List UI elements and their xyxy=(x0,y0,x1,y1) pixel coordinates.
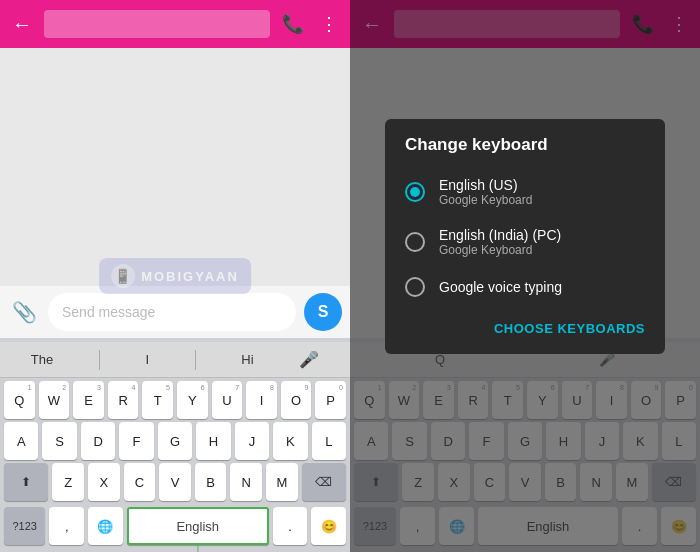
dialog-footer: CHOOSE KEYBOARDS xyxy=(385,307,665,346)
send-label: S xyxy=(318,303,329,321)
key-x[interactable]: X xyxy=(88,463,120,501)
message-input-box[interactable]: Send message xyxy=(48,293,296,331)
dialog-title: Change keyboard xyxy=(385,135,665,167)
chat-area-left xyxy=(0,48,350,286)
key-emoji[interactable]: 😊 xyxy=(311,507,346,545)
key-z[interactable]: Z xyxy=(52,463,84,501)
key-backspace[interactable]: ⌫ xyxy=(302,463,346,501)
key-g[interactable]: G xyxy=(158,422,192,460)
key-row-3: ⬆ Z X C V B N M ⌫ xyxy=(4,463,346,501)
key-a[interactable]: A xyxy=(4,422,38,460)
key-globe[interactable]: 🌐 xyxy=(88,507,123,545)
keyboard-suggestions: The I Hi 🎤 xyxy=(0,342,350,378)
left-panel: ← 📞 ⋮ 📎 Send message S The I Hi 🎤 1Q xyxy=(0,0,350,552)
message-placeholder: Send message xyxy=(62,304,155,320)
option-sub-english-india: Google Keyboard xyxy=(439,243,561,257)
key-m[interactable]: M xyxy=(266,463,298,501)
key-v[interactable]: V xyxy=(159,463,191,501)
suggestion-3[interactable]: Hi xyxy=(241,352,253,367)
key-y[interactable]: 6Y xyxy=(177,381,208,419)
menu-icon-left[interactable]: ⋮ xyxy=(320,13,338,35)
option-text-voice-typing: Google voice typing xyxy=(439,279,562,295)
key-u[interactable]: 7U xyxy=(212,381,243,419)
phone-icon-left[interactable]: 📞 xyxy=(282,13,304,35)
top-bar-icons-left: 📞 ⋮ xyxy=(282,13,338,35)
space-label: English xyxy=(176,519,219,534)
right-panel: ← 📞 ⋮ Q 🎤 1Q 2W 3E 4R 5T 6Y 7U 8I 9O 0P … xyxy=(350,0,700,552)
mic-icon-left[interactable]: 🎤 xyxy=(299,350,319,369)
key-p[interactable]: 0P xyxy=(315,381,346,419)
dialog-option-english-india[interactable]: English (India) (PC) Google Keyboard xyxy=(385,217,665,267)
option-sub-english-us: Google Keyboard xyxy=(439,193,532,207)
key-s[interactable]: S xyxy=(42,422,76,460)
option-text-english-india: English (India) (PC) Google Keyboard xyxy=(439,227,561,257)
change-keyboard-dialog: Change keyboard English (US) Google Keyb… xyxy=(385,119,665,354)
key-comma[interactable]: , xyxy=(49,507,84,545)
option-text-english-us: English (US) Google Keyboard xyxy=(439,177,532,207)
dialog-overlay: Change keyboard English (US) Google Keyb… xyxy=(350,0,700,552)
key-i[interactable]: 8I xyxy=(246,381,277,419)
dialog-option-english-us[interactable]: English (US) Google Keyboard xyxy=(385,167,665,217)
left-top-bar: ← 📞 ⋮ xyxy=(0,0,350,48)
key-q[interactable]: 1Q xyxy=(4,381,35,419)
key-w[interactable]: 2W xyxy=(39,381,70,419)
key-k[interactable]: K xyxy=(273,422,307,460)
key-period[interactable]: . xyxy=(273,507,308,545)
option-main-english-india: English (India) (PC) xyxy=(439,227,561,243)
key-b[interactable]: B xyxy=(195,463,227,501)
key-f[interactable]: F xyxy=(119,422,153,460)
key-d[interactable]: D xyxy=(81,422,115,460)
key-row-1: 1Q 2W 3E 4R 5T 6Y 7U 8I 9O 0P xyxy=(4,381,346,419)
key-h[interactable]: H xyxy=(196,422,230,460)
option-main-voice-typing: Google voice typing xyxy=(439,279,562,295)
radio-english-us xyxy=(405,182,425,202)
key-c[interactable]: C xyxy=(124,463,156,501)
suggestion-1[interactable]: The xyxy=(31,352,53,367)
key-o[interactable]: 9O xyxy=(281,381,312,419)
send-button[interactable]: S xyxy=(304,293,342,331)
radio-inner-english-us xyxy=(410,187,420,197)
key-space-highlighted[interactable]: English ↓ xyxy=(127,507,269,545)
keyboard-left: The I Hi 🎤 1Q 2W 3E 4R 5T 6Y 7U 8I 9O 0P… xyxy=(0,338,350,552)
bottom-key-row: ?123 , 🌐 English ↓ . 😊 xyxy=(0,504,350,548)
attach-button[interactable]: 📎 xyxy=(8,300,40,324)
key-e[interactable]: 3E xyxy=(73,381,104,419)
option-main-english-us: English (US) xyxy=(439,177,532,193)
radio-english-india xyxy=(405,232,425,252)
suggestion-2[interactable]: I xyxy=(145,352,149,367)
green-arrow-icon: ↓ xyxy=(193,538,203,552)
radio-voice-typing xyxy=(405,277,425,297)
contact-name-bar-left xyxy=(44,10,270,38)
key-n[interactable]: N xyxy=(230,463,262,501)
key-123[interactable]: ?123 xyxy=(4,507,45,545)
back-button-left[interactable]: ← xyxy=(12,13,32,36)
key-shift[interactable]: ⬆ xyxy=(4,463,48,501)
key-t[interactable]: 5T xyxy=(142,381,173,419)
key-r[interactable]: 4R xyxy=(108,381,139,419)
choose-keyboards-button[interactable]: CHOOSE KEYBOARDS xyxy=(490,315,649,342)
key-l[interactable]: L xyxy=(312,422,346,460)
dialog-option-voice-typing[interactable]: Google voice typing xyxy=(385,267,665,307)
key-j[interactable]: J xyxy=(235,422,269,460)
message-input-row: 📎 Send message S xyxy=(0,286,350,338)
key-row-2: A S D F G H J K L xyxy=(4,422,346,460)
